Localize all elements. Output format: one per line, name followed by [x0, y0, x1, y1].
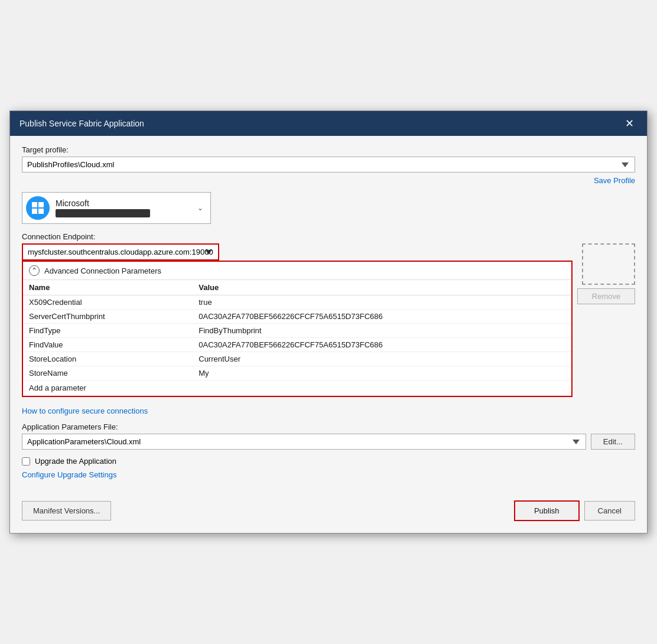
param-value: CurrentUser	[193, 352, 571, 366]
connection-endpoint-label: Connection Endpoint:	[22, 232, 635, 241]
configure-upgrade-link[interactable]: Configure Upgrade Settings	[22, 470, 116, 479]
upgrade-checkbox[interactable]	[22, 457, 30, 466]
account-email	[56, 209, 150, 217]
title-bar: Publish Service Fabric Application ✕	[10, 111, 647, 136]
save-profile-button[interactable]: Save Profile	[594, 176, 635, 185]
param-value: 0AC30A2FA770BEF566226CFCF75A6515D73FC686	[193, 338, 571, 352]
account-name: Microsoft	[56, 199, 89, 208]
publish-dialog: Publish Service Fabric Application ✕ Tar…	[9, 110, 648, 534]
svg-rect-3	[38, 209, 44, 214]
account-section: Microsoft ⌄	[22, 192, 635, 224]
close-button[interactable]: ✕	[622, 117, 638, 130]
app-params-label: Application Parameters File:	[22, 422, 635, 431]
account-icon	[26, 196, 50, 220]
table-row[interactable]: FindTypeFindByThumbprint	[23, 324, 571, 338]
collapse-icon: ⌃	[29, 265, 40, 276]
param-value: My	[193, 366, 571, 380]
footer-right: Publish Cancel	[514, 500, 635, 521]
param-value: 0AC30A2FA770BEF566226CFCF75A6515D73FC686	[193, 310, 571, 324]
secure-connections-link[interactable]: How to configure secure connections	[22, 406, 148, 415]
target-profile-label: Target profile:	[22, 145, 635, 154]
param-name: FindType	[23, 324, 193, 338]
account-info: Microsoft	[56, 199, 191, 217]
app-params-row: ApplicationParameters\Cloud.xml Edit...	[22, 434, 635, 450]
param-name: ServerCertThumbprint	[23, 310, 193, 324]
edit-button[interactable]: Edit...	[591, 434, 635, 450]
cancel-button[interactable]: Cancel	[584, 501, 635, 521]
dashed-placeholder	[582, 243, 635, 285]
svg-rect-2	[32, 209, 37, 214]
app-params-dropdown[interactable]: ApplicationParameters\Cloud.xml	[22, 434, 586, 450]
footer-row: Manifest Versions... Publish Cancel	[22, 496, 635, 521]
svg-rect-0	[32, 202, 37, 207]
secure-connections-row: How to configure secure connections	[22, 406, 635, 415]
param-name: StoreLocation	[23, 352, 193, 366]
account-box[interactable]: Microsoft ⌄	[22, 192, 211, 224]
endpoint-dropdown[interactable]: mysfcluster.southcentralus.cloudapp.azur…	[22, 243, 219, 261]
advanced-params-title: Advanced Connection Parameters	[44, 266, 161, 275]
account-chevron-icon: ⌄	[197, 204, 203, 212]
param-name: StoreName	[23, 366, 193, 380]
table-row[interactable]: StoreNameMy	[23, 366, 571, 380]
upgrade-row: Upgrade the Application	[22, 457, 635, 466]
dialog-body: Target profile: PublishProfiles\Cloud.xm…	[10, 136, 647, 533]
manifest-versions-button[interactable]: Manifest Versions...	[22, 501, 111, 521]
advanced-wrapper: mysfcluster.southcentralus.cloudapp.azur…	[22, 243, 573, 401]
advanced-params-header[interactable]: ⌃ Advanced Connection Parameters	[23, 262, 571, 280]
target-profile-dropdown[interactable]: PublishProfiles\Cloud.xml	[22, 157, 635, 173]
params-table: Name Value X509CredentialtrueServerCertT…	[23, 280, 571, 396]
dialog-title: Publish Service Fabric Application	[19, 119, 144, 128]
table-header-row: Name Value	[23, 280, 571, 295]
app-params-section: Application Parameters File: Application…	[22, 422, 635, 450]
param-value: FindByThumbprint	[193, 324, 571, 338]
advanced-params-section: ⌃ Advanced Connection Parameters Name Va…	[22, 261, 573, 397]
add-param-row[interactable]: Add a parameter	[23, 380, 571, 396]
remove-button[interactable]: Remove	[577, 288, 635, 304]
save-profile-row: Save Profile	[22, 176, 635, 185]
endpoint-row: mysfcluster.southcentralus.cloudapp.azur…	[22, 243, 635, 401]
connection-endpoint-section: Connection Endpoint: mysfcluster.southce…	[22, 232, 635, 401]
col-value-header: Value	[193, 280, 571, 295]
upgrade-label: Upgrade the Application	[35, 457, 116, 466]
col-name-header: Name	[23, 280, 193, 295]
table-row[interactable]: ServerCertThumbprint0AC30A2FA770BEF56622…	[23, 310, 571, 324]
table-row[interactable]: FindValue0AC30A2FA770BEF566226CFCF75A651…	[23, 338, 571, 352]
add-param-label[interactable]: Add a parameter	[23, 380, 571, 396]
param-value: true	[193, 295, 571, 310]
table-row[interactable]: StoreLocationCurrentUser	[23, 352, 571, 366]
param-name: FindValue	[23, 338, 193, 352]
svg-rect-1	[38, 202, 44, 207]
table-row[interactable]: X509Credentialtrue	[23, 295, 571, 310]
param-name: X509Credential	[23, 295, 193, 310]
configure-upgrade-row: Configure Upgrade Settings	[22, 470, 635, 479]
publish-button[interactable]: Publish	[514, 500, 580, 521]
